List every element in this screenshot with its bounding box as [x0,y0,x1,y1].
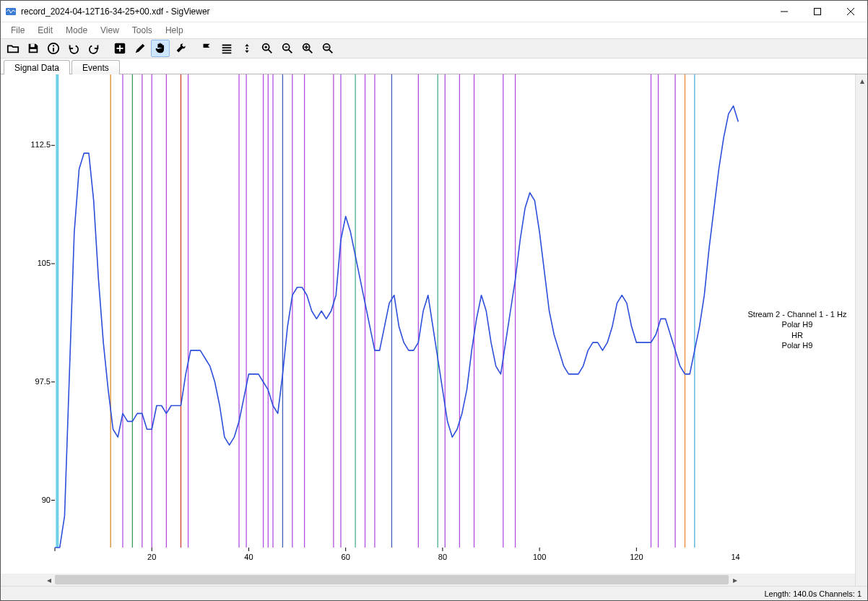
signal-plot[interactable] [1,74,855,573]
x-tick-label: 20 [147,553,156,561]
menu-view[interactable]: View [95,24,126,37]
y-tick-label: 105 [17,259,51,267]
channel-info-label: Stream 2 - Channel 1 - 1 Hz Polar H9 HR … [743,309,851,350]
channel-info-line4: Polar H9 [743,340,851,350]
settings-button[interactable] [171,40,190,57]
statusbar: Length: 140.0s Channels: 1 [1,586,867,600]
svg-rect-0 [6,8,16,15]
scroll-right-icon[interactable]: ▸ [729,574,741,586]
zoom-in-h-button[interactable] [258,40,277,57]
horizontal-scrollbar[interactable]: ◂ ▸ [1,574,855,586]
titlebar: record_2024-04-12T16-34-25+00.xdf - SigV… [1,1,867,22]
scroll-left-icon[interactable]: ◂ [43,574,55,586]
vertical-scrollbar[interactable]: ▴ [855,74,867,586]
svg-rect-3 [30,49,37,52]
tab-signal-data[interactable]: Signal Data [4,60,70,74]
minimize-button[interactable] [768,1,801,22]
add-event-button[interactable] [110,40,129,57]
zoom-out-h-button[interactable] [278,40,297,57]
channel-info-line1: Stream 2 - Channel 1 - 1 Hz [743,309,851,319]
flag-button[interactable] [197,40,216,57]
menu-file[interactable]: File [5,24,32,37]
menubar: File Edit Mode View Tools Help [1,22,867,38]
menu-mode[interactable]: Mode [60,24,95,37]
x-tick-label: 60 [342,553,350,561]
save-button[interactable] [24,40,43,57]
tab-events[interactable]: Events [71,60,120,74]
plot-area[interactable]: Stream 2 - Channel 1 - 1 Hz Polar H9 HR … [1,74,867,586]
channel-info-line2: Polar H9 [743,320,851,330]
status-text: Length: 140.0s Channels: 1 [764,589,862,598]
zoom-in-v-button[interactable] [298,40,317,57]
x-tick-label: 120 [630,553,643,561]
scrollbar-thumb[interactable] [55,575,729,584]
undo-button[interactable] [64,40,83,57]
x-tick-label: 14 [731,553,739,561]
redo-button[interactable] [84,40,103,57]
x-tick-label: 100 [533,553,546,561]
x-tick-label: 80 [438,553,447,561]
tabs: Signal Data Events [1,59,867,74]
svg-point-5 [53,45,54,46]
x-tick-label: 40 [244,553,253,561]
menu-help[interactable]: Help [160,24,191,37]
zoom-out-v-button[interactable] [318,40,337,57]
maximize-button[interactable] [801,1,834,22]
svg-point-8 [246,48,248,50]
list-button[interactable] [217,40,236,57]
window-title: record_2024-04-12T16-34-25+00.xdf - SigV… [21,7,768,17]
svg-rect-1 [815,8,821,14]
scroll-up-icon[interactable]: ▴ [856,74,867,87]
window-controls [768,1,867,22]
svg-rect-6 [53,48,54,51]
toolbar [1,38,867,59]
info-button[interactable] [44,40,63,57]
edit-button[interactable] [131,40,149,57]
app-icon [5,6,17,17]
y-tick-label: 90 [17,496,51,504]
channel-info-line3: HR [743,330,851,340]
menu-edit[interactable]: Edit [32,24,60,37]
y-tick-label: 97.5 [17,377,51,386]
svg-rect-2 [30,44,34,47]
menu-tools[interactable]: Tools [126,24,160,37]
scrollbar-track[interactable] [55,574,729,586]
fit-vertical-button[interactable] [238,40,256,57]
app-window: record_2024-04-12T16-34-25+00.xdf - SigV… [0,0,868,601]
y-tick-label: 112.5 [17,140,51,149]
pan-button[interactable] [151,40,170,57]
close-button[interactable] [834,1,867,22]
open-button[interactable] [4,40,22,57]
